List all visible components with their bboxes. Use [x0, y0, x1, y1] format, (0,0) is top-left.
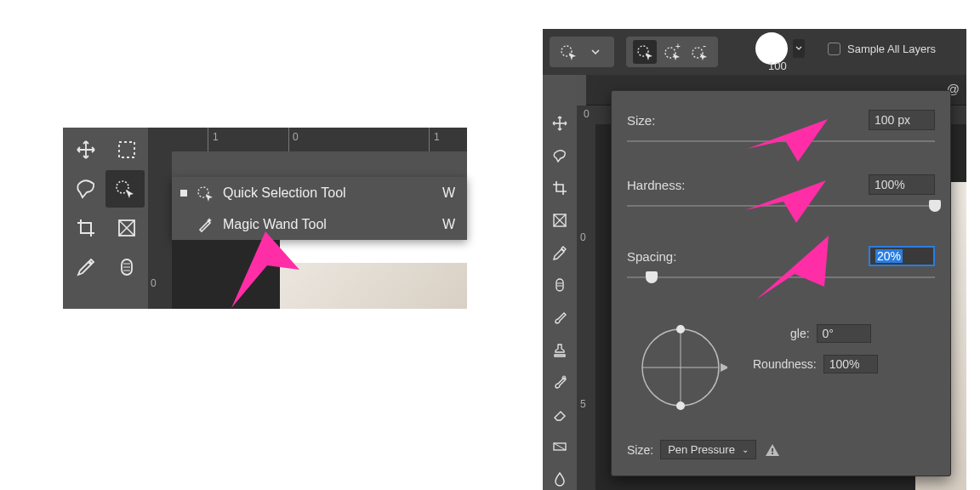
quick-selection-icon [196, 184, 214, 202]
new-selection-button[interactable] [633, 40, 657, 64]
options-bar: + - 100 Sample All Layers [543, 29, 966, 75]
left-screenshot: 1 0 1 0 Quick Selection Tool W Magic Wan… [63, 128, 467, 309]
size-row: Size: 100 px [627, 110, 935, 130]
tools-palette [63, 128, 148, 309]
select-value: Pen Pressure [668, 443, 735, 456]
roundness-input[interactable]: 100% [823, 355, 878, 373]
checkbox-label: Sample All Layers [847, 43, 936, 55]
healing-brush-tool[interactable] [107, 248, 146, 286]
lasso-tool[interactable] [543, 140, 577, 172]
ruler-tick-label: 1 [434, 131, 440, 143]
frame-tool[interactable] [107, 209, 146, 247]
chevron-down-icon[interactable] [793, 39, 805, 58]
svg-rect-21 [772, 453, 773, 454]
svg-rect-12 [556, 279, 563, 291]
marquee-tool[interactable] [107, 131, 146, 168]
spacing-row: Spacing: 20% [627, 246, 935, 266]
canvas-dark-area [172, 240, 280, 309]
move-tool[interactable] [66, 131, 105, 168]
brush-settings-panel: Size: 100 px Hardness: 100% Spacing: 20% [611, 90, 951, 476]
menu-item-magic-wand[interactable]: Magic Wand Tool W [172, 208, 467, 240]
brush-preset-group [550, 37, 614, 67]
menu-item-quick-selection[interactable]: Quick Selection Tool W [172, 177, 467, 208]
svg-rect-0 [119, 142, 134, 157]
move-tool[interactable] [543, 107, 577, 140]
ruler-tick-label: 5 [580, 398, 586, 410]
eraser-tool[interactable] [543, 398, 577, 430]
tool-flyout-menu: Quick Selection Tool W Magic Wand Tool W [172, 177, 467, 240]
tools-palette-right [543, 75, 577, 490]
bottom-size-label: Size: [627, 443, 653, 457]
crop-tool[interactable] [66, 209, 105, 247]
menu-item-label: Magic Wand Tool [223, 217, 442, 232]
size-control-select[interactable]: Pen Pressure ⌄ [660, 440, 756, 459]
add-selection-button[interactable]: + [660, 40, 684, 64]
angle-label: gle: [790, 327, 810, 340]
magic-wand-icon [196, 215, 214, 234]
hardness-label: Hardness: [627, 178, 685, 192]
quick-selection-tool-active[interactable] [105, 170, 145, 208]
lasso-tool[interactable] [66, 170, 105, 208]
svg-text:-: - [703, 43, 706, 52]
bottom-size-row: Size: Pen Pressure ⌄ [627, 440, 780, 459]
gradient-tool[interactable] [543, 430, 577, 463]
sample-all-layers-checkbox[interactable]: Sample All Layers [828, 43, 936, 55]
size-input[interactable]: 100 px [869, 110, 935, 130]
ruler-tick-label: 0 [584, 108, 590, 120]
frame-tool[interactable] [543, 204, 577, 236]
selected-marker-icon [180, 190, 187, 197]
menu-item-label: Quick Selection Tool [223, 185, 442, 201]
subtract-selection-button[interactable]: - [687, 40, 711, 64]
menu-item-shortcut: W [442, 185, 455, 201]
svg-rect-20 [772, 448, 773, 452]
size-slider[interactable] [627, 135, 935, 147]
ruler-tick-label: 0 [293, 131, 299, 143]
roundness-label: Roundness: [753, 357, 817, 371]
spacing-slider[interactable] [627, 271, 935, 283]
canvas-photo-area [280, 263, 467, 309]
selection-mode-group: + - [626, 37, 718, 67]
healing-brush-tool[interactable] [543, 269, 577, 301]
svg-point-19 [676, 402, 685, 410]
eyedropper-tool[interactable] [66, 248, 105, 286]
angle-input[interactable]: 0° [817, 324, 871, 343]
ruler-vertical: 0 [148, 151, 172, 309]
svg-point-18 [676, 325, 685, 333]
checkbox-icon[interactable] [828, 43, 840, 55]
hardness-row: Hardness: 100% [627, 174, 935, 195]
crop-tool[interactable] [543, 172, 577, 204]
ruler-tick-label: 1 [213, 131, 219, 143]
history-brush-tool[interactable] [543, 366, 577, 398]
angle-row: gle: 0° [790, 324, 871, 343]
hardness-input[interactable]: 100% [869, 174, 935, 195]
brush-size-label: 100 [768, 60, 787, 72]
menu-item-shortcut: W [442, 217, 455, 232]
brush-size-picker[interactable]: 100 [791, 39, 805, 58]
eyedropper-tool[interactable] [543, 236, 577, 269]
canvas-bg-strip [172, 151, 467, 177]
ruler-tick-label: 0 [151, 277, 157, 289]
spacing-input[interactable]: 20% [869, 246, 935, 266]
size-label: Size: [627, 113, 655, 128]
blur-tool[interactable] [543, 463, 577, 490]
brush-tool[interactable] [543, 301, 577, 333]
warning-icon [765, 442, 780, 458]
svg-text:+: + [675, 43, 681, 51]
quick-selection-small-icon[interactable] [556, 40, 580, 64]
ruler-vertical: 0 5 [577, 124, 595, 490]
ruler-horizontal: 1 0 1 [148, 128, 467, 151]
chevron-down-icon[interactable] [584, 40, 607, 64]
stamp-tool[interactable] [543, 333, 577, 366]
chevron-down-icon: ⌄ [742, 445, 749, 454]
spacing-label: Spacing: [627, 249, 676, 264]
ruler-tick-label: 0 [580, 231, 586, 243]
hardness-slider[interactable] [627, 200, 935, 212]
roundness-row: Roundness: 100% [753, 355, 878, 373]
right-screenshot: + - 100 Sample All Layers × im @ [543, 29, 966, 490]
angle-roundness-control[interactable] [634, 321, 727, 414]
